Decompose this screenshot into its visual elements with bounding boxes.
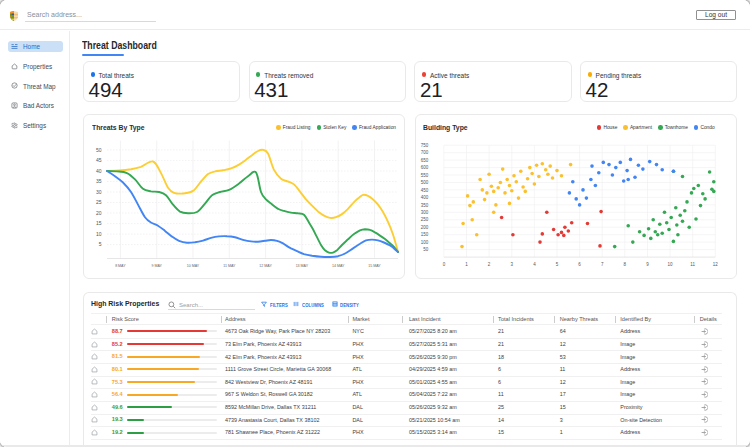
svg-text:50: 50 bbox=[423, 247, 429, 252]
svg-text:15 MAY: 15 MAY bbox=[368, 264, 381, 268]
svg-text:11 MAY: 11 MAY bbox=[223, 264, 236, 268]
svg-text:35: 35 bbox=[96, 178, 102, 184]
svg-text:12 MAY: 12 MAY bbox=[259, 264, 272, 268]
svg-text:10: 10 bbox=[96, 231, 102, 237]
svg-text:200: 200 bbox=[420, 225, 428, 230]
svg-text:10 MAY: 10 MAY bbox=[187, 264, 200, 268]
svg-text:4: 4 bbox=[533, 262, 536, 267]
svg-text:30: 30 bbox=[96, 189, 102, 195]
svg-text:5: 5 bbox=[555, 262, 558, 267]
svg-text:8 MAY: 8 MAY bbox=[115, 264, 126, 268]
svg-text:350: 350 bbox=[420, 203, 428, 208]
svg-text:700: 700 bbox=[420, 150, 428, 155]
svg-text:1: 1 bbox=[465, 262, 468, 267]
svg-text:15: 15 bbox=[96, 220, 102, 226]
svg-text:650: 650 bbox=[420, 158, 428, 163]
svg-text:600: 600 bbox=[420, 165, 428, 170]
svg-text:6: 6 bbox=[578, 262, 581, 267]
svg-text:500: 500 bbox=[420, 180, 428, 185]
svg-text:14 MAY: 14 MAY bbox=[332, 264, 345, 268]
svg-text:9 MAY: 9 MAY bbox=[151, 264, 162, 268]
svg-text:40: 40 bbox=[96, 168, 102, 174]
svg-text:300: 300 bbox=[420, 210, 428, 215]
svg-text:8: 8 bbox=[623, 262, 626, 267]
svg-text:50: 50 bbox=[96, 147, 102, 153]
svg-text:100: 100 bbox=[420, 240, 428, 245]
svg-text:450: 450 bbox=[420, 188, 428, 193]
svg-text:7: 7 bbox=[601, 262, 604, 267]
svg-text:750: 750 bbox=[420, 143, 428, 148]
svg-text:9: 9 bbox=[646, 262, 649, 267]
svg-text:10: 10 bbox=[667, 262, 673, 267]
svg-text:12: 12 bbox=[712, 262, 718, 267]
svg-text:5: 5 bbox=[99, 241, 102, 247]
svg-text:2: 2 bbox=[487, 262, 490, 267]
svg-text:25: 25 bbox=[96, 199, 102, 205]
svg-text:3: 3 bbox=[510, 262, 513, 267]
svg-text:11: 11 bbox=[690, 262, 695, 267]
svg-text:550: 550 bbox=[420, 173, 428, 178]
svg-text:250: 250 bbox=[420, 217, 428, 222]
svg-text:13 MAY: 13 MAY bbox=[296, 264, 309, 268]
svg-text:150: 150 bbox=[420, 232, 428, 237]
svg-text:0: 0 bbox=[442, 262, 445, 267]
svg-text:45: 45 bbox=[96, 157, 102, 163]
svg-text:400: 400 bbox=[420, 195, 428, 200]
svg-text:20: 20 bbox=[96, 210, 102, 216]
